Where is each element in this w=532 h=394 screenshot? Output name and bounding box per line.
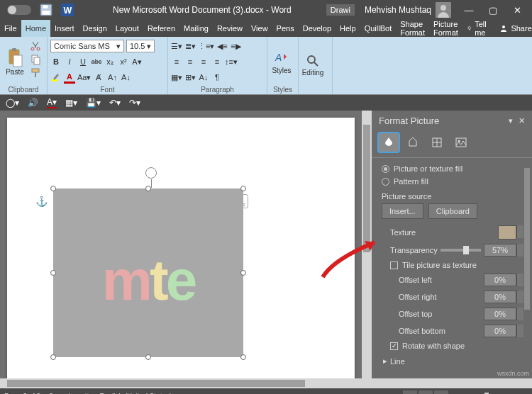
view-print-button[interactable] (419, 390, 433, 394)
offset-left-value[interactable]: 0% (484, 274, 516, 286)
tab-mailings[interactable]: Mailing (179, 20, 213, 37)
sort-button[interactable]: A↓ (198, 71, 209, 84)
cut-button[interactable] (30, 40, 41, 52)
scrollbar-thumb[interactable] (363, 125, 370, 252)
share-button[interactable]: Share (494, 20, 532, 37)
pane-tab-effects[interactable] (403, 133, 423, 152)
rotation-handle[interactable] (145, 167, 157, 179)
offset-left-spinner[interactable] (516, 274, 523, 286)
user-account[interactable]: Mehvish Mushtaq (359, 2, 457, 18)
tab-home[interactable]: Home (21, 20, 50, 37)
save-icon[interactable] (40, 4, 52, 16)
tab-review[interactable]: Review (213, 20, 247, 37)
minimize-button[interactable]: — (457, 0, 481, 20)
shrink-font-button[interactable]: A↓ (120, 71, 131, 84)
qat-table-icon[interactable]: ▦▾ (65, 98, 77, 108)
tab-references[interactable]: Referen (143, 20, 179, 37)
clipboard-picture-button[interactable]: Clipboard (428, 203, 477, 219)
pane-scrollbar-thumb[interactable] (524, 168, 530, 310)
resize-handle-nw[interactable] (50, 186, 56, 191)
tab-file[interactable]: File (0, 20, 21, 37)
pane-tab-layout[interactable] (427, 133, 447, 152)
offset-right-value[interactable]: 0% (484, 291, 516, 303)
pane-close-button[interactable]: ✕ (519, 116, 525, 125)
underline-button[interactable]: U (77, 55, 89, 68)
font-size-select[interactable]: 10.5▾ (126, 40, 155, 52)
anchor-icon[interactable]: ⚓ (35, 196, 48, 207)
shading-button[interactable]: ▦▾ (171, 71, 182, 84)
texture-dropdown[interactable] (516, 225, 523, 238)
copy-button[interactable] (30, 54, 41, 65)
texture-swatch[interactable] (498, 225, 516, 240)
resize-handle-n[interactable] (145, 186, 151, 191)
change-case-button[interactable]: Aa▾ (77, 71, 91, 84)
pane-scrollbar[interactable] (523, 161, 531, 376)
editing-button[interactable]: Editing (301, 39, 324, 92)
maximize-button[interactable]: ▢ (481, 0, 505, 20)
close-button[interactable]: ✕ (505, 0, 529, 20)
tile-picture-checkbox[interactable]: Tile picture as texture (382, 259, 532, 271)
align-right-button[interactable]: ≡ (198, 55, 209, 68)
line-section-expander[interactable]: ▸Line (382, 352, 532, 367)
clear-format-button[interactable]: A̸ (93, 71, 104, 84)
tab-quillbot[interactable]: QuillBot (360, 20, 397, 37)
tab-help[interactable]: Help (336, 20, 360, 37)
tab-developer[interactable]: Develop (299, 20, 336, 37)
resize-handle-se[interactable] (240, 354, 246, 360)
offset-bottom-spinner[interactable] (516, 325, 523, 337)
picture-texture-fill-radio[interactable]: Picture or texture fill (382, 162, 532, 175)
transparency-spinner[interactable] (516, 244, 523, 257)
qat-undo-icon[interactable]: ↶▾ (109, 98, 121, 108)
align-left-button[interactable]: ≡ (171, 55, 182, 68)
bold-button[interactable]: B (50, 55, 62, 68)
tab-pens[interactable]: Pens (272, 20, 299, 37)
subscript-button[interactable]: x₂ (104, 55, 116, 68)
decrease-indent-button[interactable]: ◀≡ (216, 40, 228, 52)
horizontal-scrollbar[interactable] (0, 378, 532, 388)
strikethrough-button[interactable]: abc (91, 55, 102, 68)
offset-top-value[interactable]: 0% (484, 308, 516, 320)
tab-picture-format[interactable]: Picture Format (429, 20, 462, 37)
resize-handle-s[interactable] (145, 354, 151, 360)
bullets-button[interactable]: ☰▾ (171, 40, 182, 52)
tab-view[interactable]: View (247, 20, 272, 37)
tab-design[interactable]: Design (79, 20, 111, 37)
format-painter-button[interactable] (30, 67, 41, 79)
offset-bottom-value[interactable]: 0% (484, 325, 516, 337)
rotate-with-shape-checkbox[interactable]: Rotate with shape (382, 339, 532, 352)
view-web-button[interactable] (434, 390, 448, 394)
offset-top-spinner[interactable] (516, 308, 523, 320)
tell-me-search[interactable]: Tell me (462, 20, 494, 37)
document-page[interactable]: ⚓ mte (7, 118, 355, 378)
resize-handle-sw[interactable] (50, 354, 56, 360)
justify-button[interactable]: ≡ (211, 55, 223, 68)
paste-button[interactable]: Paste (3, 39, 27, 84)
styles-button[interactable]: A Styles (270, 39, 293, 84)
numbering-button[interactable]: ≣▾ (184, 40, 196, 52)
borders-button[interactable]: ⊞▾ (184, 71, 196, 84)
tab-shape-format[interactable]: Shape Format (396, 20, 429, 37)
pattern-fill-radio[interactable]: Pattern fill (382, 175, 532, 188)
font-color-button[interactable]: A (64, 71, 75, 84)
qat-speak-icon[interactable]: 🔊 (28, 98, 38, 108)
insert-picture-button[interactable]: Insert... (382, 203, 423, 219)
pane-menu-button[interactable]: ▾ (509, 116, 513, 125)
line-spacing-button[interactable]: ↕≡▾ (225, 55, 238, 68)
align-center-button[interactable]: ≡ (184, 55, 196, 68)
qat-redo-icon[interactable]: ↷▾ (129, 98, 140, 108)
transparency-value[interactable]: 57% (484, 244, 516, 257)
slider-thumb[interactable] (463, 246, 469, 254)
qat-font-color-icon[interactable]: A▾ (47, 97, 57, 108)
italic-button[interactable]: I (64, 55, 75, 68)
transparency-slider[interactable] (440, 249, 481, 252)
grow-font-button[interactable]: A↑ (106, 71, 118, 84)
pane-tab-fill[interactable] (379, 133, 399, 152)
tab-layout[interactable]: Layout (111, 20, 143, 37)
qat-save-icon[interactable]: 💾▾ (86, 98, 101, 108)
text-effects-button[interactable]: A▾ (131, 55, 143, 68)
resize-handle-ne[interactable] (240, 186, 246, 191)
superscript-button[interactable]: x² (118, 55, 129, 68)
multilevel-button[interactable]: ⋮≡▾ (198, 40, 214, 52)
offset-right-spinner[interactable] (516, 291, 523, 303)
vertical-scrollbar[interactable] (362, 111, 372, 378)
